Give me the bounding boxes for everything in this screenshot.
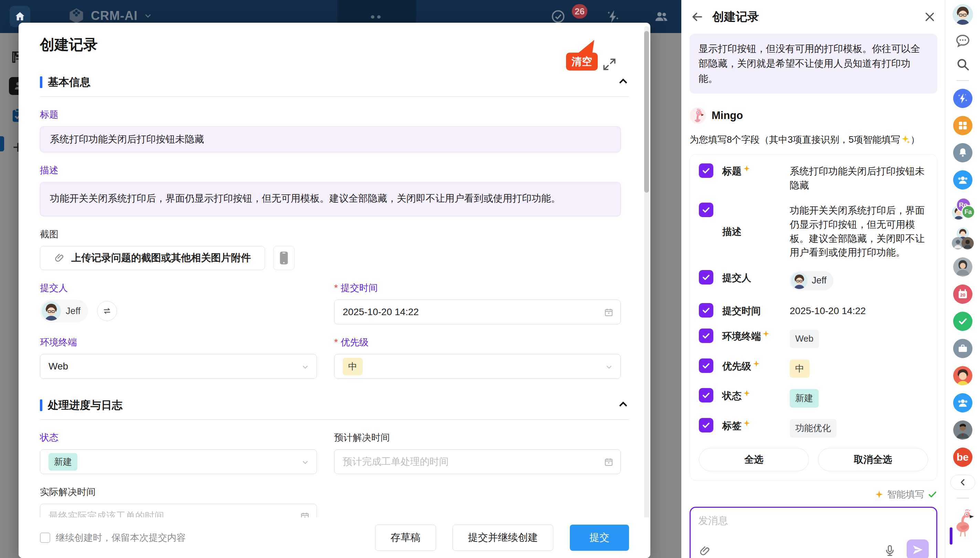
notifications-bell-icon[interactable] [953, 143, 972, 162]
team-app-icon[interactable] [953, 170, 972, 190]
field-checkbox[interactable] [699, 388, 713, 402]
priority-select[interactable]: 中 [334, 354, 621, 379]
search-icon[interactable] [955, 56, 971, 72]
environment-value: Web [49, 361, 68, 372]
contact-avatar-man[interactable] [953, 420, 972, 440]
collapse-section-icon[interactable] [617, 399, 629, 412]
description-field-label: 描述 [40, 164, 629, 176]
mic-icon[interactable] [883, 544, 896, 558]
expand-modal-button[interactable] [601, 56, 618, 73]
description-input[interactable]: 功能开关关闭系统打印后，界面仍显示打印按钮，但无可用模板。建议全部隐藏，关闭即不… [40, 182, 621, 217]
ai-lightning-icon[interactable] [606, 9, 621, 24]
field-value-tag: 中 [790, 359, 810, 378]
screenshot-field-label: 截图 [40, 228, 629, 240]
field-checkbox[interactable] [699, 203, 713, 217]
submitter-value[interactable]: Jeff [40, 300, 88, 322]
modal-footer: 继续创建时，保留本次提交内容 存草稿 提交并继续创建 提交 [18, 517, 650, 558]
field-checkbox[interactable] [699, 358, 713, 373]
collapse-section-icon[interactable] [617, 75, 629, 89]
smart-sparkle-icon [743, 389, 750, 397]
ai-app-icon[interactable] [953, 89, 972, 108]
group-ro-fa[interactable]: Ro Fa [952, 197, 974, 220]
tasks-check-icon[interactable] [551, 9, 566, 24]
upload-screenshot-button[interactable]: 上传记录问题的截图或其他相关图片附件 [40, 246, 265, 270]
swap-icon [102, 306, 112, 316]
field-value-tag: Web [790, 330, 819, 348]
field-label: 标签 [722, 419, 742, 432]
field-checkbox[interactable] [699, 418, 713, 432]
field-checkbox[interactable] [699, 163, 713, 178]
environment-select[interactable]: Web [40, 354, 317, 379]
field-row-submitter: 提交人 Jeff [699, 270, 928, 293]
flamingo-mascot[interactable] [949, 506, 976, 538]
section-title: 基本信息 [48, 75, 617, 89]
field-value: 功能开关关闭系统打印后，界面仍显示打印按钮，但无可用模板。建议全部隐藏，关闭即不… [790, 203, 928, 259]
message-input[interactable] [698, 514, 929, 543]
jeff-avatar [42, 301, 61, 321]
be-app-icon[interactable]: be [953, 448, 972, 467]
smart-sparkle-icon [753, 360, 760, 368]
save-draft-button[interactable]: 存草稿 [375, 525, 436, 551]
expected-time-placeholder: 预计完成工单处理的时间 [343, 455, 449, 468]
field-row-title: 标题 系统打印功能关闭后打印按钮未隐藏 [699, 163, 928, 192]
select-all-button[interactable]: 全选 [699, 448, 809, 471]
members-icon[interactable] [654, 9, 669, 24]
field-checkbox[interactable] [699, 328, 713, 343]
message-composer [689, 507, 937, 558]
chevron-left-icon [958, 478, 967, 487]
svg-text:20: 20 [960, 292, 965, 297]
collapse-rail-button[interactable] [950, 475, 975, 490]
submit-button[interactable]: 提交 [570, 525, 629, 551]
upload-label: 上传记录问题的截图或其他相关图片附件 [71, 251, 251, 265]
field-label: 标题 [722, 165, 742, 178]
contact-avatar-woman[interactable] [953, 257, 972, 277]
smart-sparkle-icon [762, 330, 770, 338]
app-logo[interactable]: CRM-AI [67, 7, 153, 25]
field-label: 环境终端 [722, 330, 761, 343]
back-button[interactable] [689, 9, 705, 25]
deselect-all-button[interactable]: 取消全选 [818, 448, 928, 471]
submit-and-continue-button[interactable]: 提交并继续创建 [453, 525, 553, 551]
modal-title: 创建记录 [40, 35, 629, 54]
send-button[interactable] [907, 540, 929, 558]
mobile-upload-button[interactable] [273, 246, 295, 270]
submit-time-input[interactable]: 2025-10-20 14:22 [334, 300, 621, 324]
modal-scrollbar-thumb[interactable] [644, 31, 649, 193]
apps-grid-icon[interactable] [953, 116, 972, 135]
briefcase-app-icon[interactable] [953, 339, 972, 358]
title-input[interactable] [40, 126, 621, 153]
change-submitter-button[interactable] [97, 301, 117, 321]
done-check-icon[interactable] [953, 312, 972, 331]
jeff-avatar [791, 272, 808, 289]
team-app-icon-2[interactable] [953, 393, 972, 412]
chat-icon[interactable] [955, 33, 971, 49]
title-field-label: 标题 [40, 108, 629, 121]
field-row-tags: 标签 功能优化 [699, 418, 928, 438]
field-label: 优先级 [722, 360, 751, 373]
close-button[interactable] [922, 9, 937, 25]
contact-avatar-boy[interactable] [953, 366, 972, 385]
purple-caret [950, 527, 952, 545]
app-name: CRM-AI [91, 8, 138, 23]
field-checkbox[interactable] [699, 270, 713, 284]
chevron-down-icon [143, 11, 153, 21]
expected-time-input[interactable]: 预计完成工单处理的时间 [334, 449, 621, 474]
section-progress-log: 处理进度与日志 [40, 398, 629, 420]
actual-time-field-label: 实际解决时间 [40, 486, 317, 498]
calendar-app-icon[interactable]: 20 [953, 284, 972, 304]
group-avatars[interactable] [952, 227, 974, 249]
fill-summary: 为您填写8个字段（其中3项直接识别，5项智能填写 ） [689, 133, 937, 146]
section-accent-bar [40, 76, 42, 88]
status-select[interactable]: 新建 [40, 449, 317, 474]
smart-sparkle-icon [875, 490, 884, 499]
field-label: 描述 [722, 225, 742, 238]
field-label: 提交时间 [722, 304, 761, 318]
notification-badge: 26 [572, 4, 588, 18]
field-label: 状态 [722, 389, 742, 402]
user-avatar[interactable] [952, 4, 973, 25]
keep-content-checkbox[interactable] [40, 533, 50, 543]
submit-time-field-label: 提交时间 [341, 282, 378, 294]
attach-icon[interactable] [699, 545, 711, 558]
field-checkbox[interactable] [699, 303, 713, 318]
field-row-status: 状态 新建 [699, 388, 928, 408]
